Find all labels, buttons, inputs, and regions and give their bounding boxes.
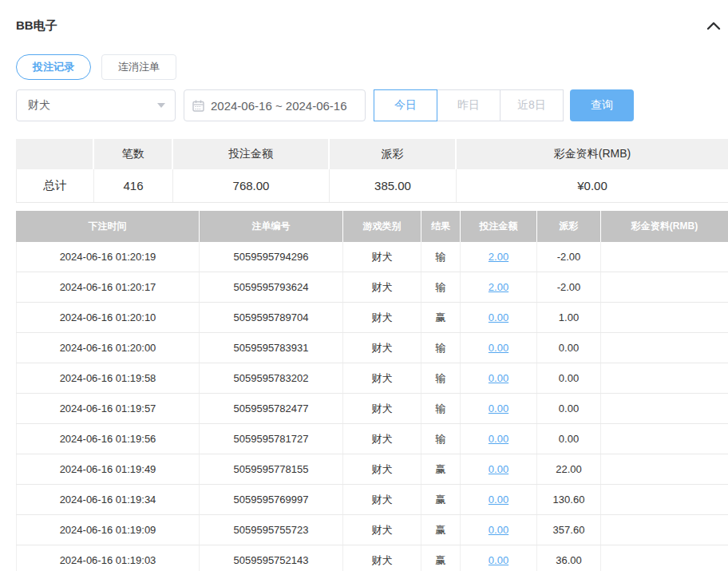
last-8-days-button[interactable]: 近8日	[500, 89, 564, 121]
game-type-cell: 财犬	[343, 333, 421, 363]
table-row: 2024-06-16 01:19:095059595755723财犬赢0.003…	[16, 515, 728, 545]
order-number-cell: 5059595769997	[200, 485, 343, 514]
bet-amount-link[interactable]: 0.00	[489, 342, 508, 354]
bonus-info-cell	[601, 485, 728, 514]
result-cell: 赢	[421, 303, 461, 332]
payout-cell: -2.00	[537, 242, 601, 272]
result-cell: 赢	[421, 545, 461, 571]
bet-amount-link[interactable]: 0.00	[489, 554, 508, 566]
order-number-cell: 5059595789704	[200, 303, 343, 332]
bet-time-cell: 2024-06-16 01:20:17	[16, 272, 200, 302]
bet-amount-link[interactable]: 2.00	[489, 251, 508, 263]
bonus-info-cell	[601, 424, 728, 454]
bet-amount-link[interactable]: 0.00	[489, 372, 508, 384]
bet-amount-cell: 2.00	[461, 272, 537, 302]
game-type-cell: 财犬	[343, 303, 421, 332]
tab-betting-records[interactable]: 投注记录	[16, 54, 91, 80]
order-number-cell: 5059595781727	[200, 424, 343, 454]
column-header-game-type: 游戏类别	[343, 211, 421, 242]
game-select-value: 财犬	[28, 98, 50, 113]
summary-header-bonus: 彩金资料(RMB)	[457, 139, 728, 169]
yesterday-button[interactable]: 昨日	[437, 89, 500, 121]
bet-amount-link[interactable]: 0.00	[489, 494, 508, 506]
chevron-up-icon	[706, 21, 721, 30]
tab-label: 连消注单	[118, 60, 160, 74]
bet-time-cell: 2024-06-16 01:20:00	[16, 333, 200, 363]
table-row: 2024-06-16 01:19:575059595782477财犬输0.000…	[16, 394, 728, 424]
total-label: 总计	[16, 169, 94, 202]
table-row: 2024-06-16 01:20:195059595794296财犬输2.00-…	[16, 242, 728, 272]
bonus-info-cell	[601, 333, 728, 363]
total-bonus: ¥0.00	[457, 169, 728, 202]
bet-time-cell: 2024-06-16 01:19:09	[16, 515, 200, 545]
payout-cell: 0.00	[537, 333, 601, 363]
result-cell: 输	[421, 424, 461, 454]
bet-amount-cell: 0.00	[461, 394, 537, 423]
total-payout: 385.00	[330, 169, 457, 202]
game-type-cell: 财犬	[343, 394, 421, 423]
bet-amount-link[interactable]: 0.00	[489, 463, 508, 475]
table-row: 2024-06-16 01:19:035059595752143财犬赢0.003…	[16, 545, 728, 571]
table-row: 2024-06-16 01:19:585059595783202财犬输0.000…	[16, 363, 728, 394]
bonus-info-cell	[601, 303, 728, 332]
bet-amount-link[interactable]: 0.00	[489, 402, 508, 414]
total-bet-amount: 768.00	[173, 169, 330, 202]
bonus-info-cell	[601, 394, 728, 423]
table-row: 2024-06-16 01:20:005059595783931财犬输0.000…	[16, 333, 728, 363]
date-range-picker[interactable]: 2024-06-16 ~ 2024-06-16	[184, 89, 366, 121]
bet-amount-cell: 0.00	[461, 333, 537, 363]
result-cell: 赢	[421, 485, 461, 514]
table-row: 2024-06-16 01:20:175059595793624财犬输2.00-…	[16, 272, 728, 303]
bet-time-cell: 2024-06-16 01:19:57	[16, 394, 200, 423]
bet-amount-link[interactable]: 0.00	[489, 524, 508, 536]
summary-header-blank	[16, 139, 94, 169]
bet-amount-cell: 0.00	[461, 545, 537, 571]
column-header-order-number: 注单编号	[200, 211, 343, 242]
record-type-tabs: 投注记录 连消注单	[16, 54, 728, 80]
bet-amount-cell: 2.00	[461, 242, 537, 272]
payout-cell: 130.60	[537, 485, 601, 514]
result-cell: 赢	[421, 454, 461, 484]
bet-time-cell: 2024-06-16 01:19:34	[16, 485, 200, 514]
summary-header-row: 笔数 投注金额 派彩 彩金资料(RMB)	[16, 139, 728, 169]
tab-label: 投注记录	[33, 60, 74, 74]
bet-amount-link[interactable]: 0.00	[489, 311, 508, 323]
column-header-bonus-info: 彩金资料(RMB)	[601, 211, 728, 242]
quick-date-buttons: 今日 昨日 近8日	[374, 89, 564, 121]
search-button[interactable]: 查询	[570, 89, 634, 121]
table-row: 2024-06-16 01:19:345059595769997财犬赢0.001…	[16, 485, 728, 515]
collapse-button[interactable]	[706, 19, 722, 32]
result-cell: 输	[421, 363, 461, 393]
column-header-bet-time: 下注时间	[16, 211, 200, 242]
game-type-cell: 财犬	[343, 363, 421, 393]
betting-records-panel: BB电子 投注记录 连消注单 财犬	[0, 18, 728, 571]
bet-time-cell: 2024-06-16 01:19:58	[16, 363, 200, 393]
calendar-icon	[192, 100, 204, 112]
bonus-info-cell	[601, 515, 728, 545]
bet-amount-cell: 0.00	[461, 515, 537, 545]
bet-time-cell: 2024-06-16 01:19:03	[16, 545, 200, 571]
panel-header: BB电子	[16, 18, 728, 34]
order-number-cell: 5059595794296	[200, 242, 343, 272]
bonus-info-cell	[601, 363, 728, 393]
summary-header-count: 笔数	[94, 139, 173, 169]
payout-cell: -2.00	[537, 272, 601, 302]
result-cell: 输	[421, 394, 461, 423]
summary-table: 笔数 投注金额 派彩 彩金资料(RMB) 总计 416 768.00 385.0…	[16, 139, 728, 203]
payout-cell: 1.00	[537, 303, 601, 332]
payout-cell: 0.00	[537, 424, 601, 454]
game-type-cell: 财犬	[343, 242, 421, 272]
bet-amount-link[interactable]: 0.00	[489, 433, 508, 445]
tab-cancelled-orders[interactable]: 连消注单	[101, 54, 176, 80]
yesterday-button-label: 昨日	[457, 98, 480, 113]
table-body: 2024-06-16 01:20:195059595794296财犬输2.00-…	[16, 242, 728, 571]
bonus-info-cell	[601, 242, 728, 272]
bet-amount-cell: 0.00	[461, 454, 537, 484]
order-number-cell: 5059595752143	[200, 545, 343, 571]
result-cell: 输	[421, 333, 461, 363]
today-button[interactable]: 今日	[374, 89, 437, 121]
game-type-cell: 财犬	[343, 454, 421, 484]
game-select[interactable]: 财犬	[16, 89, 176, 121]
table-row: 2024-06-16 01:19:565059595781727财犬输0.000…	[16, 424, 728, 454]
bet-amount-link[interactable]: 2.00	[489, 281, 508, 293]
